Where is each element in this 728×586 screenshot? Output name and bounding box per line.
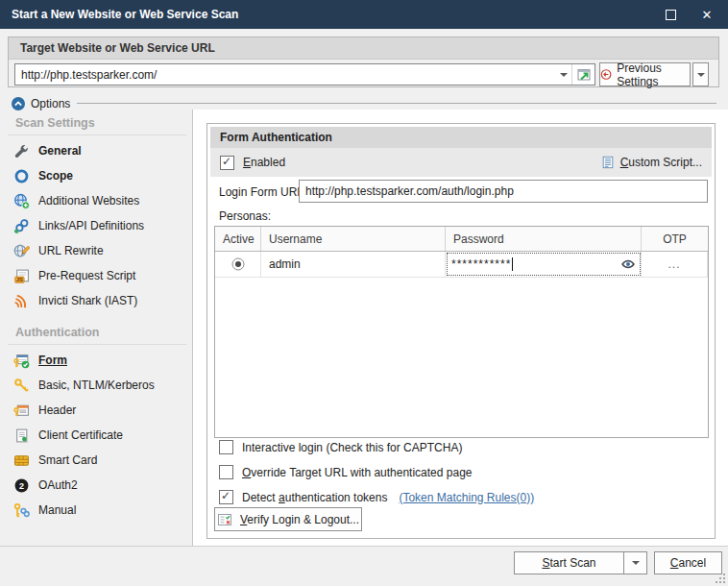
target-url-dropdown-arrow[interactable] [556,69,571,81]
override-url-row: Override Target URL with authenticated p… [219,465,472,479]
password-masked-value: *********** [451,257,511,271]
show-password-eye-icon[interactable] [620,256,636,272]
sidebar-item-label: OAuth2 [38,478,78,492]
sidebar-item-general[interactable]: General [8,138,190,163]
sidebar-item-pre-request-script[interactable]: JS Pre-Request Script [8,263,190,288]
login-form-url-label: Login Form URL: [219,185,306,199]
radio-selected-icon[interactable] [231,257,245,271]
sidebar-item-header[interactable]: Header [8,398,190,423]
detect-tokens-label[interactable]: Detect authentication tokens [242,491,387,504]
personas-table: Active Username Password OTP admin *****… [214,226,709,438]
open-in-browser-button[interactable] [571,64,595,85]
sidebar-item-label: Additional Websites [38,194,139,208]
personas-table-header: Active Username Password OTP [215,227,708,252]
smart-card-icon [13,452,30,469]
close-button[interactable]: ✕ [690,0,724,29]
sidebar-item-basic-ntlm[interactable]: Basic, NTLM/Kerberos [8,373,190,398]
target-url-combobox [14,63,595,85]
options-toggle[interactable]: Options [11,95,70,112]
persona-row: admin *********** ... [215,252,708,278]
sidebar: Scan Settings General Scope Additional W… [8,113,190,523]
svg-text:2: 2 [19,480,24,490]
override-url-checkbox[interactable] [219,465,233,479]
sidebar-item-label: Client Certificate [38,428,123,442]
sidebar-item-label: URL Rewrite [38,244,104,257]
previous-settings-label: Previous Settings [617,61,690,88]
start-scan-dropdown[interactable] [623,551,647,574]
enabled-label[interactable]: Enabled [243,156,285,169]
verify-login-logout-label: Verify Login & Logout... [240,513,359,526]
custom-script-label: Custom Script... [620,156,702,169]
key-icon [13,378,30,394]
options-divider [77,103,716,104]
column-header-password: Password [446,227,642,251]
sidebar-item-additional-websites[interactable]: Additional Websites [8,188,190,213]
script-document-icon [601,155,615,170]
svg-text:JS: JS [16,277,23,282]
open-in-browser-icon [576,67,592,83]
resize-grip[interactable] [714,572,725,583]
window-title: Start a New Website or Web Service Scan [12,0,238,29]
column-header-username: Username [261,227,446,251]
interactive-login-row: Interactive login (Check this for CAPTCH… [219,440,462,454]
target-url-input[interactable] [15,68,556,82]
key-form-check-icon [13,353,30,369]
sidebar-item-scope[interactable]: Scope [8,163,190,188]
scan-settings-group-header: Scan Settings [8,113,190,134]
sidebar-item-invicti-shark[interactable]: Invicti Shark (IAST) [8,288,190,313]
previous-settings-button[interactable]: Previous Settings [599,62,691,86]
sidebar-item-form[interactable]: Form [8,348,190,373]
sidebar-item-client-certificate[interactable]: Client Certificate [8,423,190,448]
custom-script-link[interactable]: Custom Script... [601,155,702,170]
detect-tokens-checkbox[interactable] [219,490,233,504]
script-js-icon: JS [13,268,30,284]
sidebar-item-url-rewrite[interactable]: URL Rewrite [8,238,190,263]
username-cell[interactable]: admin [261,252,446,277]
sidebar-item-label: General [38,144,82,158]
column-header-otp: OTP [642,227,708,251]
form-authentication-panel: Form Authentication Enabled Custom Scrip… [206,123,716,539]
password-cell[interactable]: *********** [446,252,642,277]
dialog-window: Start a New Website or Web Service Scan … [0,0,728,586]
token-matching-rules-link[interactable]: (Token Matching Rules(0)) [399,491,534,504]
wrench-icon [13,143,30,159]
sidebar-item-manual[interactable]: Manual [8,498,190,523]
sidebar-item-label: Pre-Request Script [38,269,135,282]
sidebar-item-smart-card[interactable]: Smart Card [8,448,190,473]
text-caret [512,257,513,271]
enabled-checkbox[interactable] [220,156,234,170]
key-window-icon [13,403,30,419]
login-form-url-input[interactable] [299,180,708,203]
sidebar-item-label: Basic, NTLM/Kerberos [38,378,155,392]
footer-divider [0,546,728,547]
start-scan-label: Start Scan [542,556,595,570]
start-scan-button[interactable]: Start Scan [514,551,624,574]
otp-cell[interactable]: ... [642,252,708,277]
globe-pencil-icon [13,243,30,259]
previous-settings-icon [600,67,612,82]
interactive-login-label[interactable]: Interactive login (Check this for CAPTCH… [242,441,462,454]
certificate-icon [13,427,30,444]
column-header-active: Active [215,227,261,251]
sidebar-item-oauth2[interactable]: 2 OAuth2 [8,473,190,498]
sidebar-item-links-api[interactable]: Links/API Definitions [8,213,190,238]
sidebar-item-label: Manual [38,503,76,517]
verify-login-logout-button[interactable]: Verify Login & Logout... [214,507,362,531]
enabled-row: Enabled Custom Script... [210,148,712,177]
cancel-button[interactable]: Cancel [654,551,722,574]
group-gap [8,313,190,323]
sidebar-item-label: Form [38,354,67,367]
oauth2-badge-icon: 2 [13,477,30,494]
key-link-icon [13,502,30,519]
previous-settings-dropdown[interactable] [692,62,709,86]
personas-label: Personas: [219,209,271,223]
target-url-group: Target Website or Web Service URL Previo… [8,37,719,87]
maximize-button[interactable] [653,0,688,29]
group-rule [8,134,186,135]
override-url-label[interactable]: Override Target URL with authenticated p… [242,466,472,479]
title-bar: Start a New Website or Web Service Scan … [0,0,728,29]
scope-ring-icon [13,168,30,184]
active-cell [215,252,261,277]
group-rule [8,344,186,345]
interactive-login-checkbox[interactable] [219,440,233,454]
